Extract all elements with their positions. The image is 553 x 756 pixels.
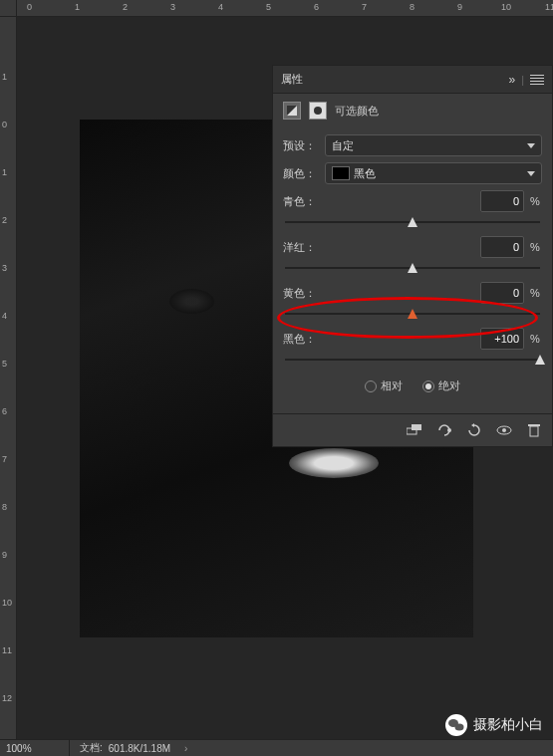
properties-panel: 属性 » | 可选颜色 预设： 自定 颜色： 黑色 <box>272 65 553 447</box>
percent-label: % <box>530 287 542 299</box>
ruler-vertical: 1 0 1 2 3 4 5 6 7 8 9 10 11 12 <box>0 17 17 739</box>
mask-icon[interactable] <box>309 102 327 120</box>
magenta-slider[interactable] <box>285 265 540 275</box>
trash-icon[interactable] <box>526 422 542 438</box>
absolute-radio[interactable]: 绝对 <box>422 378 460 393</box>
collapse-icon[interactable]: » <box>508 73 515 87</box>
adjustment-header: 可选颜色 <box>273 94 552 127</box>
status-bar: 100% 文档:601.8K/1.18M <box>0 739 553 756</box>
svg-point-8 <box>502 428 506 432</box>
yellow-slider[interactable] <box>285 311 540 321</box>
ruler-corner <box>0 0 17 17</box>
magenta-label: 洋红： <box>283 240 474 255</box>
wechat-icon <box>445 714 467 736</box>
color-swatch-black <box>332 166 350 180</box>
panel-header: 属性 » | <box>273 66 552 94</box>
relative-radio[interactable]: 相对 <box>365 378 403 393</box>
absolute-label: 绝对 <box>438 379 460 391</box>
panel-tab-properties[interactable]: 属性 <box>281 72 303 87</box>
image-detail <box>169 289 214 314</box>
percent-label: % <box>530 241 542 253</box>
black-input[interactable] <box>480 328 524 350</box>
percent-label: % <box>530 333 542 345</box>
svg-marker-6 <box>471 423 474 427</box>
percent-label: % <box>530 195 542 207</box>
clip-to-layer-icon[interactable] <box>407 422 422 438</box>
zoom-level[interactable]: 100% <box>0 740 70 756</box>
colors-value: 黑色 <box>354 166 376 181</box>
svg-rect-10 <box>528 424 540 426</box>
cyan-slider[interactable] <box>285 219 540 229</box>
svg-point-2 <box>314 107 322 115</box>
black-label: 黑色： <box>283 332 474 347</box>
preset-value: 自定 <box>332 138 354 153</box>
magenta-input[interactable] <box>480 236 524 258</box>
colors-select[interactable]: 黑色 <box>325 162 542 184</box>
divider: | <box>521 74 524 86</box>
image-detail <box>289 448 379 478</box>
preset-select[interactable]: 自定 <box>325 134 542 156</box>
svg-rect-9 <box>530 426 538 436</box>
relative-label: 相对 <box>381 379 403 391</box>
preset-label: 预设： <box>283 138 319 153</box>
colors-label: 颜色： <box>283 166 319 181</box>
visibility-icon[interactable] <box>496 422 512 438</box>
black-slider[interactable] <box>285 357 540 367</box>
svg-rect-4 <box>412 424 421 430</box>
cyan-label: 青色： <box>283 194 474 209</box>
adjustment-title: 可选颜色 <box>335 104 379 119</box>
reset-icon[interactable] <box>466 422 482 438</box>
ruler-horizontal: 0 1 2 3 4 5 6 7 8 9 10 11 <box>17 0 553 17</box>
watermark: 摄影柏小白 <box>445 714 543 736</box>
panel-footer <box>273 413 552 446</box>
svg-point-5 <box>447 428 451 432</box>
document-info[interactable]: 文档:601.8K/1.18M <box>70 741 187 755</box>
previous-state-icon[interactable] <box>436 422 452 438</box>
yellow-label: 黄色： <box>283 286 474 301</box>
panel-menu-icon[interactable] <box>530 75 544 85</box>
cyan-input[interactable] <box>480 190 524 212</box>
watermark-text: 摄影柏小白 <box>473 716 543 734</box>
svg-point-12 <box>455 724 464 731</box>
adjustment-type-icon[interactable] <box>283 102 301 120</box>
yellow-input[interactable] <box>480 282 524 304</box>
